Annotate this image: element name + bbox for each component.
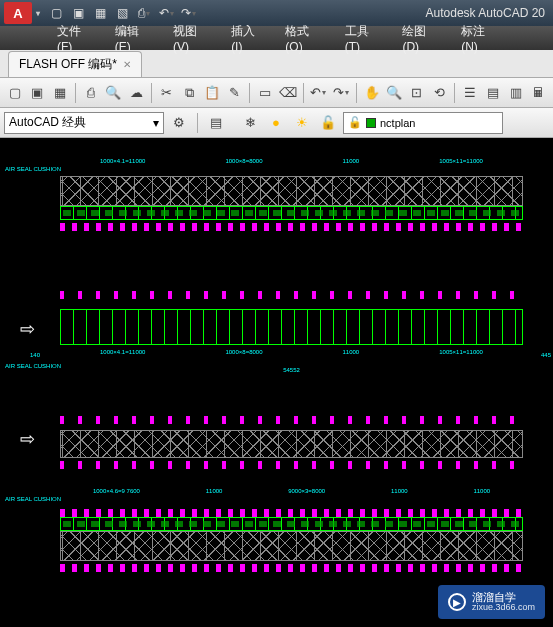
truss-plan xyxy=(60,430,523,458)
separator xyxy=(454,83,455,103)
undo-button[interactable]: ↶ xyxy=(308,82,330,104)
menu-edit[interactable]: 编辑(E) xyxy=(103,23,161,54)
layer-current-name: nctplan xyxy=(380,117,415,129)
air-seal-label: AIR SEAL CUSHION xyxy=(5,496,61,502)
menu-dimension[interactable]: 标注(N) xyxy=(449,23,508,54)
plot-icon[interactable]: ⎙ xyxy=(134,3,154,23)
gear-icon[interactable]: ⚙ xyxy=(168,112,190,134)
calc-icon[interactable]: 🖩 xyxy=(527,82,549,104)
open-file-icon[interactable]: ▣ xyxy=(27,82,49,104)
dimension-ticks xyxy=(60,564,523,572)
quick-access-toolbar: ▢ ▣ ▦ ▧ ⎙ ↶ ↷ xyxy=(46,3,198,23)
preview-icon[interactable]: 🔍 xyxy=(103,82,125,104)
tab-active-document[interactable]: FLASH OFF 编码* ✕ xyxy=(8,51,142,77)
separator xyxy=(197,113,198,133)
separator xyxy=(249,83,250,103)
menu-file[interactable]: 文件(F) xyxy=(45,23,103,54)
undo-icon[interactable]: ↶ xyxy=(156,3,176,23)
saveas-icon[interactable]: ▧ xyxy=(112,3,132,23)
dimension-ticks xyxy=(60,291,523,299)
dim-right-label: 445 xyxy=(541,352,551,358)
dimension-ticks xyxy=(60,509,523,517)
layer-sun-icon[interactable]: ☀ xyxy=(291,112,313,134)
dimension-ticks xyxy=(60,223,523,231)
pan-icon[interactable]: ✋ xyxy=(361,82,383,104)
zoom-prev-icon[interactable]: ⟲ xyxy=(429,82,451,104)
air-seal-label: AIR SEAL CUSHION xyxy=(5,363,61,369)
save-file-icon[interactable]: ▦ xyxy=(49,82,71,104)
workspace-selected-label: AutoCAD 经典 xyxy=(9,114,86,131)
menu-insert[interactable]: 插入(I) xyxy=(219,23,273,54)
watermark-url: zixue.3d66.com xyxy=(472,603,535,613)
dimension-ticks xyxy=(60,461,523,469)
watermark-badge: ▶ 溜溜自学 zixue.3d66.com xyxy=(438,585,545,619)
cut-icon[interactable]: ✂ xyxy=(156,82,178,104)
app-title: Autodesk AutoCAD 20 xyxy=(198,6,549,20)
tool-palette-icon[interactable]: ▥ xyxy=(505,82,527,104)
block-icon[interactable]: ▭ xyxy=(254,82,276,104)
total-dim: 54552 xyxy=(60,367,523,385)
layer-lock-icon[interactable]: 🔓 xyxy=(317,112,339,134)
dimension-row: 1000×4.1=11000 1000×8=8000 11000 1005×11… xyxy=(60,158,523,176)
layer-props-icon[interactable]: ▤ xyxy=(205,112,227,134)
dim-left-label: 140 xyxy=(30,352,40,358)
workspace-toolbar: AutoCAD 经典 ▾ ⚙ ▤ ❄ ● ☀ 🔓 🔓 nctplan xyxy=(0,108,553,138)
layer-state-icon[interactable]: ❄ xyxy=(239,112,261,134)
drawing-canvas[interactable]: AIR SEAL CUSHION 1000×4.1=11000 1000×8=8… xyxy=(0,138,553,627)
menu-view[interactable]: 视图(V) xyxy=(161,23,219,54)
open-icon[interactable]: ▣ xyxy=(68,3,88,23)
sheet-icon[interactable]: ▤ xyxy=(482,82,504,104)
separator xyxy=(303,83,304,103)
document-tabbar: FLASH OFF 编码* ✕ xyxy=(0,50,553,78)
zoom-window-icon[interactable]: ⊡ xyxy=(406,82,428,104)
properties-icon[interactable]: ☰ xyxy=(459,82,481,104)
match-icon[interactable]: ✎ xyxy=(224,82,246,104)
close-icon[interactable]: ✕ xyxy=(123,59,131,70)
app-menu-button[interactable]: A xyxy=(4,2,32,24)
tab-label: FLASH OFF 编码* xyxy=(19,56,117,73)
menu-draw[interactable]: 绘图(D) xyxy=(390,23,449,54)
layer-lightbulb-icon[interactable]: ● xyxy=(265,112,287,134)
separator xyxy=(356,83,357,103)
layer-color-swatch xyxy=(366,118,376,128)
layer-panel: ❄ ● ☀ 🔓 🔓 nctplan xyxy=(239,112,503,134)
separator xyxy=(75,83,76,103)
save-icon[interactable]: ▦ xyxy=(90,3,110,23)
truss-elevation xyxy=(60,531,523,561)
lock-icon: 🔓 xyxy=(348,116,362,129)
menu-format[interactable]: 格式(O) xyxy=(273,23,332,54)
menu-tools[interactable]: 工具(T) xyxy=(333,23,391,54)
standard-toolbar: ▢ ▣ ▦ ⎙ 🔍 ☁ ✂ ⧉ 📋 ✎ ▭ ⌫ ↶ ↷ ✋ 🔍 ⊡ ⟲ ☰ ▤ … xyxy=(0,78,553,108)
drawing-content: AIR SEAL CUSHION 1000×4.1=11000 1000×8=8… xyxy=(0,138,553,627)
menubar: 文件(F) 编辑(E) 视图(V) 插入(I) 格式(O) 工具(T) 绘图(D… xyxy=(0,26,553,50)
arrow-icon: ⇨ xyxy=(20,428,35,450)
dimension-ticks xyxy=(60,416,523,424)
layer-dropdown[interactable]: 🔓 nctplan xyxy=(343,112,503,134)
truss-elevation xyxy=(60,176,523,206)
publish-icon[interactable]: ☁ xyxy=(125,82,147,104)
play-icon: ▶ xyxy=(448,593,466,611)
copy-icon[interactable]: ⧉ xyxy=(178,82,200,104)
paste-icon[interactable]: 📋 xyxy=(201,82,223,104)
dimension-row: 1000×4.6=9 7600 11000 9000×3=8000 11000 … xyxy=(60,488,523,506)
arrow-icon: ⇨ xyxy=(20,318,35,340)
zoom-icon[interactable]: 🔍 xyxy=(384,82,406,104)
air-seal-label: AIR SEAL CUSHION xyxy=(5,166,61,172)
chevron-down-icon: ▾ xyxy=(153,116,159,130)
workspace-dropdown[interactable]: AutoCAD 经典 ▾ xyxy=(4,112,164,134)
new-icon[interactable]: ▢ xyxy=(46,3,66,23)
eraser-icon[interactable]: ⌫ xyxy=(277,82,299,104)
separator xyxy=(151,83,152,103)
dimension-row: 1000×4.1=11000 1000×8=8000 11000 1005×11… xyxy=(60,349,523,367)
new-file-icon[interactable]: ▢ xyxy=(4,82,26,104)
print-icon[interactable]: ⎙ xyxy=(80,82,102,104)
truss-base xyxy=(60,206,523,220)
redo-button[interactable]: ↷ xyxy=(330,82,352,104)
redo-icon[interactable]: ↷ xyxy=(178,3,198,23)
truss-base xyxy=(60,517,523,531)
plan-view xyxy=(60,309,523,345)
